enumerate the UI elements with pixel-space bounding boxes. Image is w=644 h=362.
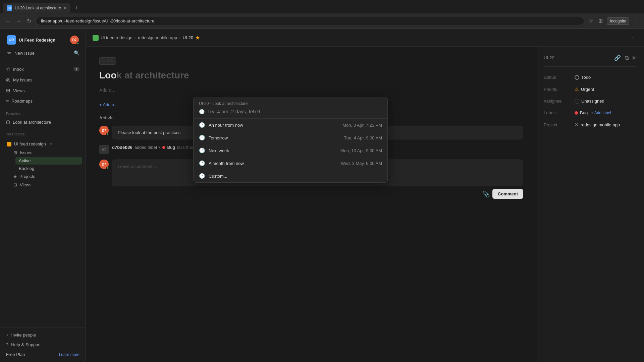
team-header[interactable]: Ui feed redesign ▾: [3, 139, 82, 148]
dropdown-input-text[interactable]: Try: 4 pm, 2 days, feb 9: [207, 109, 260, 114]
dropdown-item-hour[interactable]: 🕐 An hour from now Mon, 3 Apr, 7:23 PM: [194, 119, 387, 131]
workspace-header[interactable]: UR UI Feed Redesign D7: [4, 33, 82, 47]
help-icon: ?: [6, 342, 8, 347]
issues-sub: Active Backlog: [10, 157, 82, 172]
sidebar-item-backlog[interactable]: Backlog: [15, 165, 82, 172]
favorite-dot: [6, 120, 10, 124]
workspace-name: UI Feed Redesign: [19, 38, 55, 43]
more-options-button[interactable]: ···: [628, 34, 637, 42]
date-dropdown: UI-20 - Look at architecture 🕐 Try: 4 pm…: [193, 97, 388, 183]
issue-status-indicator: ⊙: [102, 59, 106, 63]
copy-button[interactable]: ⧉: [624, 53, 630, 62]
workspace-avatar: UR: [7, 35, 16, 45]
add-sub-issue-button[interactable]: + Add s...: [99, 101, 118, 109]
labels-value: Bug + Add label: [575, 110, 611, 115]
sidebar-item-views[interactable]: ⊟ Views: [3, 85, 83, 96]
breadcrumb-project-icon: [93, 35, 99, 41]
activity-avatar-1: D7: [99, 126, 109, 135]
tab-close-button[interactable]: ×: [64, 5, 66, 11]
sidebar-item-roadmaps[interactable]: ≈ Roadmaps: [3, 96, 83, 106]
views-icon: ⊟: [6, 87, 10, 94]
status-field[interactable]: Status Todo: [544, 75, 637, 80]
sidebar-nav: ☆ Inbox 1 ◎ My issues ⊟ Views ≈ Roadmaps: [0, 62, 86, 108]
breadcrumb-issue-id: UI-20: [182, 35, 193, 40]
sidebar-item-inbox[interactable]: ☆ Inbox 1: [3, 64, 83, 74]
browser-tab[interactable]: UI UI-20 Look at architecture ×: [3, 3, 70, 13]
team-ui-feed: Ui feed redesign ▾ ⊞ Issues Active Backl…: [3, 138, 83, 190]
status-value: Todo: [575, 75, 591, 80]
status-circle: [575, 75, 579, 80]
clock-input-icon: 🕐: [199, 109, 205, 114]
tab-favicon: UI: [7, 5, 12, 11]
dropdown-item-tomorrow[interactable]: 🕐 Tomorrow Tue, 4 Apr, 9:00 AM: [194, 131, 387, 144]
new-tab-button[interactable]: +: [72, 3, 81, 13]
team-sub-nav: ⊞ Issues Active Backlog ◈ Projects: [3, 148, 82, 189]
address-bar[interactable]: linear.app/ui-feed-redesign/issue/UI-20/…: [35, 17, 584, 25]
attachment-button[interactable]: 📎: [482, 190, 490, 198]
sidebar-top: UR UI Feed Redesign D7 ✏ New issue 🔍: [0, 29, 86, 62]
my-issues-icon: ◎: [6, 77, 10, 83]
views-team-icon: ⊟: [13, 182, 17, 187]
add-label-button[interactable]: + Add label: [591, 111, 611, 115]
comment-avatar: D7: [99, 160, 109, 169]
inbox-icon: ☆: [6, 66, 10, 72]
assignee-field[interactable]: Assignee Unassigned: [544, 99, 637, 104]
add-description[interactable]: Add d...: [99, 87, 523, 93]
activity-avatar-dot-1: [106, 133, 109, 135]
dropdown-item-month[interactable]: 🕐 A month from now Wed, 3 May, 9:00 AM: [194, 157, 387, 170]
priority-field[interactable]: Priority ⚠ Urgent: [544, 86, 637, 92]
comment-submit-button[interactable]: Comment: [492, 189, 523, 199]
breadcrumb: Ui feed redesign › redesign mobile app ›…: [93, 35, 625, 41]
assignee-value: Unassigned: [575, 99, 604, 104]
help-support-button[interactable]: ? Help & Support: [3, 340, 83, 350]
favorite-item-look-at-architecture[interactable]: Look at architecture: [3, 118, 83, 127]
team-dot: [7, 142, 11, 146]
dropdown-item-custom[interactable]: 🕐 Custom...: [194, 170, 387, 182]
breadcrumb-project[interactable]: Ui feed redesign: [101, 35, 132, 40]
favorites-title: Favorites: [3, 110, 83, 118]
search-icon: 🔍: [74, 50, 79, 56]
dropdown-item-next-week[interactable]: 🕐 Next week Mon, 10 Apr, 9:00 AM: [194, 144, 387, 157]
breadcrumb-subproject[interactable]: redesign mobile app: [138, 35, 177, 40]
sidebar-item-my-issues[interactable]: ◎ My issues: [3, 74, 83, 85]
sidebar-item-projects[interactable]: ◈ Projects: [10, 172, 82, 181]
right-issue-id: UI-20: [544, 55, 554, 60]
sidebar-item-views-team[interactable]: ⊟ Views: [10, 181, 82, 189]
nav-bar: ← → ↻ linear.app/ui-feed-redesign/issue/…: [0, 13, 644, 29]
back-button[interactable]: ←: [4, 17, 12, 25]
invite-people-button[interactable]: + Invite people: [3, 330, 83, 340]
link-button[interactable]: 🔗: [613, 53, 622, 62]
dropdown-label: UI-20 - Look at architecture: [199, 101, 382, 106]
extensions-button[interactable]: ⊞: [597, 16, 604, 25]
user-avatar[interactable]: D7: [70, 36, 79, 44]
plan-bar: Free Plan Learn more: [3, 350, 83, 359]
bookmark-button[interactable]: ☆: [587, 16, 594, 25]
new-issue-button[interactable]: ✏ New issue: [4, 48, 70, 58]
clock-icon-next-week: 🕐: [199, 147, 205, 154]
incognito-badge[interactable]: Incognito: [607, 17, 629, 25]
favorites-section: Favorites Look at architecture: [0, 108, 86, 128]
history-button[interactable]: ⎘: [631, 53, 637, 62]
teams-section: Your teams Ui feed redesign ▾ ⊞ Issues A…: [0, 128, 86, 193]
project-icon: ✕: [575, 122, 579, 127]
more-button[interactable]: ⋮: [632, 16, 640, 25]
sidebar-item-active[interactable]: Active: [15, 157, 82, 165]
labels-field[interactable]: Labels Bug + Add label: [544, 110, 637, 115]
right-sidebar: UI-20 🔗 ⧉ ⎘ Status Todo Priority: [537, 47, 644, 362]
issue-content: ⊙ UI- Look at architecture Add d... + Ad…: [86, 47, 644, 362]
project-field[interactable]: Project ✕ redesign mobile app: [544, 122, 637, 127]
sidebar-item-issues[interactable]: ⊞ Issues: [10, 148, 82, 157]
address-text: linear.app/ui-feed-redesign/issue/UI-20/…: [41, 18, 154, 23]
star-button[interactable]: ★: [195, 35, 200, 41]
user-status-dot: [76, 42, 79, 45]
clock-icon-hour: 🕐: [199, 122, 205, 128]
issue-title: Look at architecture: [99, 70, 523, 81]
refresh-button[interactable]: ↻: [25, 16, 33, 25]
search-button[interactable]: 🔍: [72, 48, 82, 58]
forward-button[interactable]: →: [15, 17, 23, 25]
learn-more-button[interactable]: Learn more: [59, 352, 79, 357]
bug-label-dot: [162, 146, 165, 149]
dropdown-header: UI-20 - Look at architecture 🕐 Try: 4 pm…: [194, 97, 387, 119]
nav-actions: ☆ ⊞ Incognito ⋮: [587, 16, 640, 25]
main-content: Ui feed redesign › redesign mobile app ›…: [86, 29, 644, 362]
